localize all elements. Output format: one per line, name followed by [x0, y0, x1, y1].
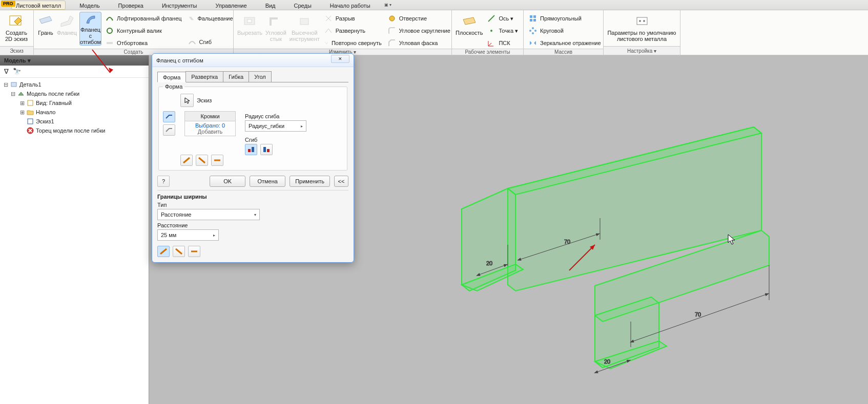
dialog-close-button[interactable]: ✕: [331, 55, 349, 63]
tree-view-label: Вид: Главный: [36, 100, 72, 106]
ribbon-group-work-label: Рабочие элементы: [452, 49, 523, 55]
split-button[interactable]: Разрыв: [322, 13, 384, 24]
menu-overflow-icon[interactable]: ▣ ▾: [384, 3, 391, 7]
menu-tab-inspect[interactable]: Проверка: [114, 1, 148, 10]
folder-icon: [27, 109, 34, 116]
tree-folded-model[interactable]: ⊟Модель после гибки: [3, 89, 146, 98]
tree-origin[interactable]: ⊞Начало: [3, 108, 146, 117]
rect-array-button[interactable]: Прямоугольный: [527, 13, 603, 24]
trim-button[interactable]: Отбортовка: [104, 37, 184, 49]
circ-array-label: Круговой: [540, 28, 564, 34]
mirror-button[interactable]: Зеркальное отражение: [527, 37, 603, 49]
tree-end[interactable]: Торец модели после гибки: [3, 126, 146, 135]
svg-point-6: [389, 16, 395, 21]
flange-label: Фланец: [57, 30, 77, 36]
tree-sketch[interactable]: Эскиз1: [3, 117, 146, 126]
flange-dialog[interactable]: Фланец с отгибом ✕ Форма Развертка Гибка…: [152, 53, 354, 263]
off3-icon: [213, 157, 221, 164]
round-button[interactable]: Угловое скругление: [386, 25, 452, 36]
select-sketch-button[interactable]: [180, 94, 194, 107]
width-offset-1-button[interactable]: [157, 246, 170, 257]
width-offset-2-button[interactable]: [173, 246, 185, 257]
bend-radius-value: Радиус_гибки: [249, 123, 284, 129]
unfold-button[interactable]: Развернуть: [322, 25, 384, 36]
punch-button[interactable]: Высечной инструмент: [289, 12, 320, 46]
svg-rect-9: [530, 15, 532, 18]
tab-bend[interactable]: Гибка: [223, 71, 249, 82]
profile-mode-1-button[interactable]: [163, 111, 175, 122]
split-label: Разрыв: [336, 15, 355, 22]
model-browser-header[interactable]: Модель ▾: [0, 55, 149, 66]
filter-icon[interactable]: ∇: [4, 68, 9, 75]
face-button[interactable]: Грань: [37, 12, 54, 46]
ucs-button[interactable]: ПСК: [485, 37, 520, 49]
defaults-button[interactable]: Параметры по умолчанию листового металла: [607, 12, 677, 46]
svg-rect-20: [11, 82, 16, 87]
fold-mode-2-button[interactable]: [260, 144, 273, 155]
sketch-item-icon: [27, 118, 34, 125]
fold-mode-1-button[interactable]: [245, 144, 257, 155]
unfold-icon: [324, 27, 333, 35]
circ-array-button[interactable]: Круговой: [527, 25, 603, 36]
menu-tab-view[interactable]: Вид: [261, 1, 280, 10]
width-offset-3-button[interactable]: [188, 246, 200, 257]
svg-point-19: [643, 20, 645, 22]
corner-seam-button[interactable]: Угловой стык: [265, 12, 287, 46]
point-button[interactable]: Точка ▾: [485, 25, 520, 36]
search-icon[interactable]: 🔭: [13, 68, 21, 75]
offset-mode-2-button[interactable]: [196, 155, 208, 166]
fold-label: Фальцевание: [197, 15, 233, 22]
collapse-button[interactable]: <<: [334, 176, 348, 187]
edges-selected-link[interactable]: Выбрано: 0: [195, 122, 225, 129]
menu-tab-model[interactable]: Модель: [75, 1, 104, 10]
flange-bend-icon: [82, 14, 99, 26]
edges-add-label[interactable]: Добавить: [198, 129, 223, 135]
ucs-icon: [487, 39, 495, 47]
tab-angle[interactable]: Угол: [249, 71, 272, 82]
apply-button[interactable]: Применить: [290, 176, 330, 187]
contour-roll-button[interactable]: Контурный валик: [104, 25, 184, 36]
cancel-button[interactable]: Отмена: [250, 176, 285, 187]
refold-button[interactable]: Повторно свернуть: [322, 37, 384, 49]
flange-button[interactable]: Фланец: [56, 12, 77, 46]
chamfer-button[interactable]: Угловая фаска: [386, 37, 452, 49]
type-label: Тип: [157, 202, 348, 208]
tree-view[interactable]: ⊞Вид: Главный: [3, 98, 146, 108]
chevron-right-icon-2: ▸: [213, 233, 215, 238]
tab-unfold[interactable]: Развертка: [185, 71, 223, 82]
profile-mode-2-button[interactable]: [163, 124, 175, 136]
tree-root-part[interactable]: ⊟Деталь1: [3, 80, 146, 89]
axis-button[interactable]: Ось ▾: [485, 13, 520, 24]
offset-mode-1-button[interactable]: [180, 155, 193, 166]
fold2-icon: [262, 146, 271, 153]
cut-button[interactable]: Вырезать: [237, 12, 263, 46]
chamfer-icon: [388, 39, 396, 47]
bend-radius-field[interactable]: Радиус_гибки▸: [245, 120, 306, 132]
round-icon: [388, 27, 396, 35]
menu-tab-getstarted[interactable]: Начало работы: [325, 1, 375, 10]
tab-form[interactable]: Форма: [157, 72, 186, 82]
plane-button[interactable]: Плоскость: [455, 12, 483, 46]
help-button[interactable]: ?: [157, 176, 170, 187]
hole-button[interactable]: Отверстие: [386, 13, 452, 24]
svg-rect-2: [107, 42, 113, 44]
svg-rect-10: [533, 15, 536, 18]
axis-label: Ось ▾: [499, 15, 513, 22]
bend-small-label: Сгиб: [199, 39, 212, 45]
menu-tab-sheetmetal[interactable]: Листовой металл: [11, 1, 66, 10]
flange-with-bend-button[interactable]: Фланец с отгибом: [79, 12, 101, 46]
distance-field[interactable]: 25 мм▸: [157, 229, 219, 241]
dim-70b: 70: [695, 311, 701, 317]
bend-small-button[interactable]: Сгиб: [186, 36, 235, 48]
flange-dialog-titlebar[interactable]: Фланец с отгибом ✕: [152, 54, 354, 67]
menu-tab-environments[interactable]: Среды: [290, 1, 316, 10]
loft-flange-button[interactable]: Лофтированный фланец: [104, 13, 184, 24]
create-2d-sketch-button[interactable]: Создать 2D эскиз: [3, 12, 30, 46]
ok-button[interactable]: OK: [210, 176, 245, 187]
menu-tab-manage[interactable]: Управление: [211, 1, 251, 10]
type-field[interactable]: Расстояние▾: [157, 209, 260, 220]
svg-rect-21: [28, 100, 33, 105]
menu-tab-tools[interactable]: Инструменты: [157, 1, 202, 10]
fold-button[interactable]: Фальцевание: [186, 13, 235, 24]
offset-mode-3-button[interactable]: [211, 155, 223, 166]
